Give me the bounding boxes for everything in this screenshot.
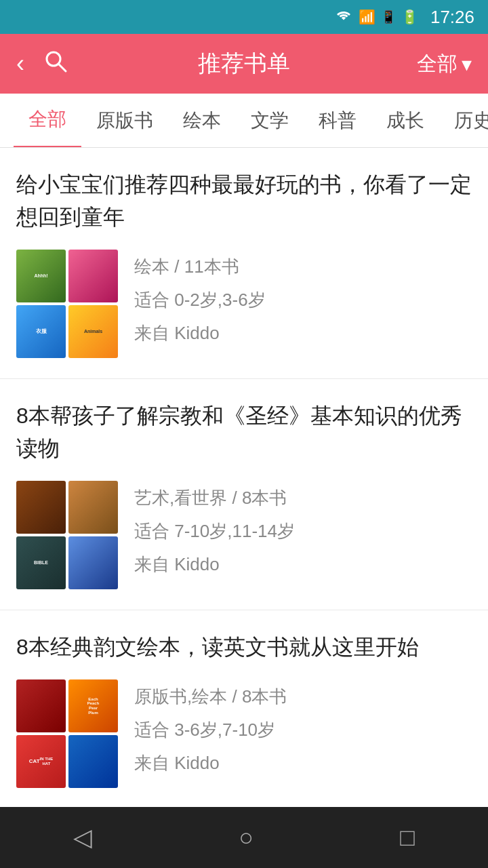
list-item[interactable]: 8本经典韵文绘本，读英文书就从这里开始 EachPeachPearPlum CA… <box>0 610 488 809</box>
book-info: 原版书,绘本 / 8本书 适合 3-6岁,7-10岁 来自 Kiddo <box>134 679 472 775</box>
page-title: 推荐书单 <box>198 48 290 79</box>
nav-back-button[interactable]: ◁ <box>73 823 92 852</box>
book-info: 艺术,看世界 / 8本书 适合 7-10岁,11-14岁 来自 Kiddo <box>134 481 472 576</box>
wifi-icon <box>334 7 353 26</box>
book-source: 来自 Kiddo <box>134 751 472 775</box>
category-tabs: 全部 原版书 绘本 文学 科普 成长 历史 艺术 <box>0 94 488 148</box>
tab-growth[interactable]: 成长 <box>371 94 439 148</box>
book-cover-3: BIBLE <box>16 536 66 589</box>
bottom-navigation: ◁ ○ □ <box>0 807 488 868</box>
book-age: 适合 7-10岁,11-14岁 <box>134 519 472 543</box>
sim-icon: 📱 <box>381 9 396 24</box>
book-cover-1: Ahhh! <box>16 250 66 302</box>
signal-icon: 📶 <box>359 9 375 25</box>
tab-science[interactable]: 科普 <box>304 94 371 148</box>
time-display: 17:26 <box>430 7 474 28</box>
tab-original[interactable]: 原版书 <box>81 94 168 148</box>
book-source: 来自 Kiddo <box>134 321 472 345</box>
search-button[interactable] <box>43 49 68 79</box>
book-cover-3: CATIN THEHAT <box>16 735 66 788</box>
book-age: 适合 0-2岁,3-6岁 <box>134 288 472 312</box>
list-item[interactable]: 给小宝宝们推荐四种最最好玩的书，你看了一定想回到童年 Ahhh! 衣服 Anim… <box>0 148 488 379</box>
book-cover-4: Animals <box>68 305 118 358</box>
back-button[interactable]: ‹ <box>16 50 24 78</box>
tab-picture[interactable]: 绘本 <box>168 94 236 148</box>
book-category: 绘本 / 11本书 <box>134 255 472 279</box>
tab-all[interactable]: 全部 <box>14 94 81 148</box>
tab-literature[interactable]: 文学 <box>236 94 304 148</box>
book-category: 原版书,绘本 / 8本书 <box>134 685 472 709</box>
book-cover-grid: Ahhh! 衣服 Animals <box>16 250 118 358</box>
svg-line-1 <box>58 64 66 71</box>
book-cover-grid: BIBLE <box>16 481 118 589</box>
book-cover-3: 衣服 <box>16 305 66 358</box>
book-title: 8本经典韵文绘本，读英文书就从这里开始 <box>16 631 472 663</box>
book-age: 适合 3-6岁,7-10岁 <box>134 718 472 742</box>
nav-home-button[interactable]: ○ <box>239 823 253 852</box>
list-item[interactable]: 8本帮孩子了解宗教和《圣经》基本知识的优秀读物 BIBLE 艺术,看世界 / 8… <box>0 379 488 610</box>
status-bar: 📶 📱 🔋 17:26 <box>0 0 488 34</box>
nav-recent-button[interactable]: □ <box>400 823 415 852</box>
tab-history[interactable]: 历史 <box>439 94 488 148</box>
book-cover-1 <box>16 679 66 732</box>
book-cover-2: EachPeachPearPlum <box>68 679 118 732</box>
book-list: 给小宝宝们推荐四种最最好玩的书，你看了一定想回到童年 Ahhh! 衣服 Anim… <box>0 148 488 868</box>
book-title: 给小宝宝们推荐四种最最好玩的书，你看了一定想回到童年 <box>16 168 472 233</box>
book-title: 8本帮孩子了解宗教和《圣经》基本知识的优秀读物 <box>16 399 472 465</box>
book-info: 绘本 / 11本书 适合 0-2岁,3-6岁 来自 Kiddo <box>134 250 472 345</box>
book-cover-4 <box>68 536 118 589</box>
book-source: 来自 Kiddo <box>134 553 472 576</box>
book-cover-2 <box>68 481 118 534</box>
book-cover-grid: EachPeachPearPlum CATIN THEHAT <box>16 679 118 788</box>
book-cover-4 <box>68 735 118 788</box>
book-cover-2 <box>68 250 118 302</box>
filter-button[interactable]: 全部 ▾ <box>417 50 472 78</box>
book-category: 艺术,看世界 / 8本书 <box>134 486 472 510</box>
battery-icon: 🔋 <box>401 9 418 25</box>
header: ‹ 推荐书单 全部 ▾ <box>0 34 488 94</box>
book-cover-1 <box>16 481 66 534</box>
